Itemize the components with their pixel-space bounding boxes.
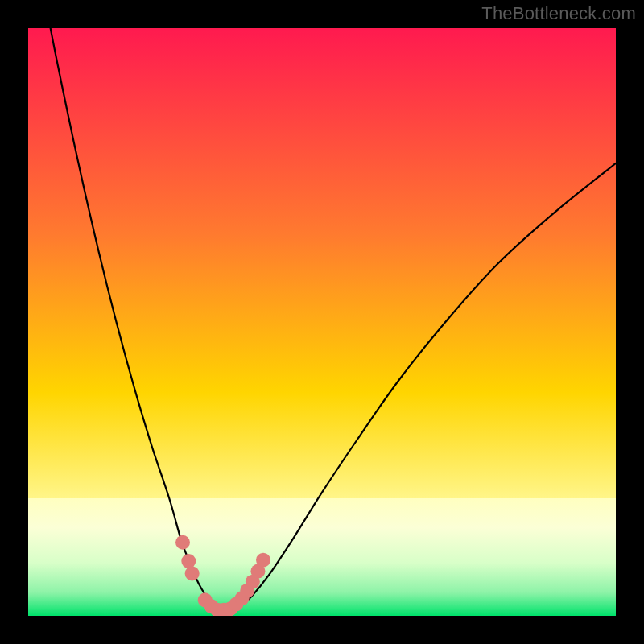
plot-area xyxy=(28,28,616,616)
marker-dot xyxy=(175,535,190,550)
marker-dot xyxy=(185,566,200,580)
chart-frame: TheBottleneck.com xyxy=(0,0,644,644)
bottleneck-chart xyxy=(28,28,616,616)
marker-dot xyxy=(181,554,196,568)
watermark-text: TheBottleneck.com xyxy=(481,3,636,24)
desaturated-band xyxy=(28,498,616,616)
marker-dot xyxy=(256,553,270,568)
